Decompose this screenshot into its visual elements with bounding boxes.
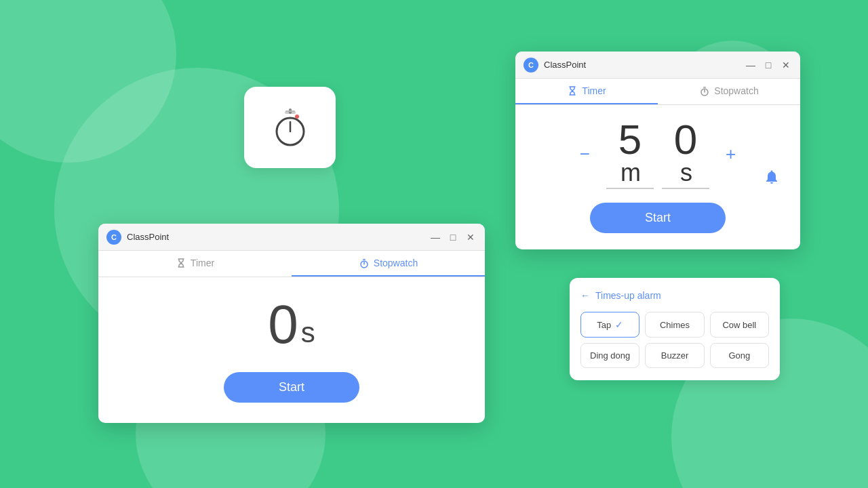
timer-seconds: 0 bbox=[674, 119, 697, 161]
alarm-option-gong[interactable]: Gong bbox=[710, 343, 769, 368]
timer-decrease-button[interactable]: − bbox=[574, 138, 595, 170]
timer-minutes: 5 bbox=[618, 119, 642, 161]
timer-minimize-button[interactable]: — bbox=[745, 59, 757, 71]
timer-title-left: C ClassPoint bbox=[524, 58, 586, 73]
stopwatch-icon bbox=[269, 106, 312, 149]
hourglass-icon-sw bbox=[176, 258, 186, 268]
tab-timer-label: Timer bbox=[582, 85, 606, 96]
hourglass-icon bbox=[567, 85, 578, 96]
timer-minutes-group: 5 m bbox=[606, 119, 654, 189]
tab-timer-stopwatch[interactable]: Stopwatch bbox=[658, 79, 800, 104]
stopwatch-seconds-unit: s bbox=[301, 317, 315, 349]
alarm-tap-check: ✓ bbox=[615, 319, 623, 330]
tab-timer-timer[interactable]: Timer bbox=[515, 79, 658, 104]
alarm-tap-label: Tap bbox=[597, 320, 611, 330]
stopwatch-classpoint-logo: C bbox=[106, 230, 121, 245]
timer-window: C ClassPoint — □ ✕ Timer Stopwatch − bbox=[515, 52, 800, 249]
alarm-title: Times-up alarm bbox=[595, 290, 661, 301]
alarm-cowbell-label: Cow bell bbox=[722, 320, 756, 330]
timer-titlebar: C ClassPoint — □ ✕ bbox=[515, 52, 800, 79]
timer-close-button[interactable]: ✕ bbox=[780, 59, 792, 71]
classpoint-logo: C bbox=[524, 58, 538, 73]
timer-window-controls: — □ ✕ bbox=[745, 59, 792, 71]
alarm-option-cowbell[interactable]: Cow bell bbox=[710, 312, 769, 338]
alarm-chimes-label: Chimes bbox=[660, 320, 690, 330]
tab-sw-stopwatch-label: Stopwatch bbox=[374, 258, 418, 268]
timer-increase-button[interactable]: + bbox=[720, 138, 741, 170]
tab-sw-stopwatch[interactable]: Stopwatch bbox=[292, 251, 485, 277]
timer-icon-card bbox=[244, 87, 336, 168]
stopwatch-seconds: 0 bbox=[268, 293, 298, 356]
alarm-back-button[interactable]: ← Times-up alarm bbox=[580, 290, 769, 301]
timer-seconds-group: 0 s bbox=[662, 119, 709, 189]
alarm-gong-label: Gong bbox=[728, 350, 750, 361]
alarm-buzzer-label: Buzzer bbox=[661, 350, 688, 361]
timer-window-title: ClassPoint bbox=[544, 60, 586, 70]
alarm-option-buzzer[interactable]: Buzzer bbox=[645, 343, 704, 368]
stopwatch-time-display: 0 s bbox=[268, 293, 315, 356]
stopwatch-title-left: C ClassPoint bbox=[106, 230, 169, 245]
stopwatch-window-title: ClassPoint bbox=[127, 232, 169, 242]
timer-window-tabs: Timer Stopwatch bbox=[515, 79, 800, 105]
timer-minutes-unit: m bbox=[620, 161, 641, 185]
stopwatch-window-tabs: Timer Stopwatch bbox=[98, 251, 485, 277]
stopwatch-window-controls: — □ ✕ bbox=[429, 231, 477, 243]
timer-seconds-unit: s bbox=[680, 161, 692, 185]
stopwatch-window: C ClassPoint — □ ✕ Timer Stopwatch 0 bbox=[98, 224, 485, 423]
svg-point-3 bbox=[295, 115, 299, 119]
stopwatch-tab-icon bbox=[699, 85, 710, 96]
timer-display: − 5 m 0 s + bbox=[536, 119, 780, 189]
timer-maximize-button[interactable]: □ bbox=[762, 59, 774, 71]
alarm-option-tap[interactable]: Tap ✓ bbox=[580, 312, 639, 338]
timer-start-button[interactable]: Start bbox=[590, 203, 726, 233]
stopwatch-minimize-button[interactable]: — bbox=[429, 231, 441, 243]
tab-stopwatch-label: Stopwatch bbox=[714, 85, 758, 96]
stopwatch-maximize-button[interactable]: □ bbox=[447, 231, 459, 243]
alarm-options-grid: Tap ✓ Chimes Cow bell Ding dong Buzzer G… bbox=[580, 312, 769, 368]
alarm-panel: ← Times-up alarm Tap ✓ Chimes Cow bell D… bbox=[570, 278, 780, 380]
alarm-option-chimes[interactable]: Chimes bbox=[645, 312, 704, 338]
alarm-dingdong-label: Ding dong bbox=[590, 350, 630, 361]
stopwatch-start-button[interactable]: Start bbox=[224, 372, 359, 403]
tab-sw-timer[interactable]: Timer bbox=[98, 251, 292, 277]
timer-main-content: − 5 m 0 s + Start bbox=[515, 105, 800, 249]
stopwatch-main-content: 0 s Start bbox=[98, 277, 485, 423]
alarm-option-dingdong[interactable]: Ding dong bbox=[580, 343, 639, 368]
stopwatch-close-button[interactable]: ✕ bbox=[465, 231, 477, 243]
stopwatch-tab-icon-sw bbox=[359, 258, 370, 268]
back-arrow-icon: ← bbox=[580, 290, 590, 301]
svg-rect-8 bbox=[703, 87, 706, 88]
stopwatch-titlebar: C ClassPoint — □ ✕ bbox=[98, 224, 485, 251]
svg-rect-11 bbox=[363, 259, 366, 260]
alarm-bell-button[interactable] bbox=[764, 169, 780, 189]
tab-sw-timer-label: Timer bbox=[191, 258, 214, 268]
